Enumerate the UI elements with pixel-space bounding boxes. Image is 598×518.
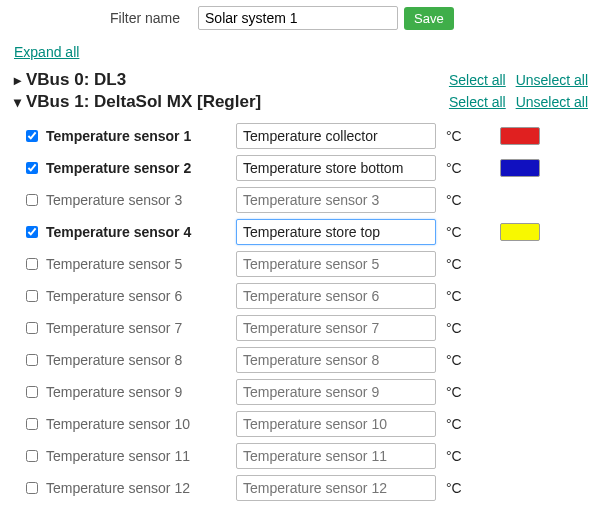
- sensor-label: Temperature sensor 3: [46, 192, 236, 208]
- sensor-checkbox[interactable]: [26, 162, 38, 174]
- sensor-row: Temperature sensor 11°C: [22, 440, 598, 472]
- sensor-row: Temperature sensor 7°C: [22, 312, 598, 344]
- filter-name-input[interactable]: [198, 6, 398, 30]
- unselect-all-link-vbus1[interactable]: Unselect all: [516, 94, 588, 110]
- sensor-unit: °C: [446, 288, 486, 304]
- sensor-color-swatch[interactable]: [500, 127, 540, 145]
- sensor-row: Temperature sensor 5°C: [22, 248, 598, 280]
- sensor-row: Temperature sensor 10°C: [22, 408, 598, 440]
- sensor-name-input[interactable]: [236, 123, 436, 149]
- sensor-label: Temperature sensor 12: [46, 480, 236, 496]
- sensor-label: Temperature sensor 5: [46, 256, 236, 272]
- sensor-label: Temperature sensor 2: [46, 160, 236, 176]
- select-all-link-vbus1[interactable]: Select all: [449, 94, 506, 110]
- save-button[interactable]: Save: [404, 7, 454, 30]
- sensor-unit: °C: [446, 256, 486, 272]
- sensor-label: Temperature sensor 1: [46, 128, 236, 144]
- caret-right-icon[interactable]: [10, 72, 24, 88]
- unselect-all-link-vbus0[interactable]: Unselect all: [516, 72, 588, 88]
- sensor-color-swatch[interactable]: [500, 223, 540, 241]
- sensor-name-input[interactable]: [236, 315, 436, 341]
- sensor-name-input[interactable]: [236, 411, 436, 437]
- sensor-name-input[interactable]: [236, 251, 436, 277]
- sensor-row: Temperature sensor 4°C: [22, 216, 598, 248]
- sensor-checkbox[interactable]: [26, 386, 38, 398]
- sensor-name-input[interactable]: [236, 187, 436, 213]
- sensor-label: Temperature sensor 10: [46, 416, 236, 432]
- sensor-name-input[interactable]: [236, 379, 436, 405]
- sensor-color-swatch[interactable]: [500, 159, 540, 177]
- sensor-checkbox[interactable]: [26, 354, 38, 366]
- sensor-name-input[interactable]: [236, 443, 436, 469]
- sensor-unit: °C: [446, 448, 486, 464]
- sensor-checkbox[interactable]: [26, 194, 38, 206]
- sensor-row: Temperature sensor 3°C: [22, 184, 598, 216]
- sensor-row: Temperature sensor 1°C: [22, 120, 598, 152]
- sensor-name-input[interactable]: [236, 283, 436, 309]
- sensor-label: Temperature sensor 7: [46, 320, 236, 336]
- sensor-row: Temperature sensor 9°C: [22, 376, 598, 408]
- sensor-row: Temperature sensor 12°C: [22, 472, 598, 504]
- sensor-checkbox[interactable]: [26, 258, 38, 270]
- sensor-unit: °C: [446, 160, 486, 176]
- sensor-checkbox[interactable]: [26, 418, 38, 430]
- sensor-unit: °C: [446, 224, 486, 240]
- sensor-checkbox[interactable]: [26, 450, 38, 462]
- expand-all-link[interactable]: Expand all: [14, 44, 79, 60]
- sensor-unit: °C: [446, 384, 486, 400]
- sensor-label: Temperature sensor 11: [46, 448, 236, 464]
- sensor-label: Temperature sensor 9: [46, 384, 236, 400]
- sensor-unit: °C: [446, 416, 486, 432]
- sensor-unit: °C: [446, 352, 486, 368]
- sensor-label: Temperature sensor 4: [46, 224, 236, 240]
- sensor-checkbox[interactable]: [26, 290, 38, 302]
- sensor-row: Temperature sensor 2°C: [22, 152, 598, 184]
- sensor-list: Temperature sensor 1°CTemperature sensor…: [22, 120, 598, 504]
- sensor-name-input[interactable]: [236, 475, 436, 501]
- sensor-label: Temperature sensor 6: [46, 288, 236, 304]
- select-all-link-vbus0[interactable]: Select all: [449, 72, 506, 88]
- sensor-unit: °C: [446, 320, 486, 336]
- sensor-name-input[interactable]: [236, 347, 436, 373]
- sensor-unit: °C: [446, 192, 486, 208]
- sensor-name-input[interactable]: [236, 219, 436, 245]
- sensor-checkbox[interactable]: [26, 482, 38, 494]
- sensor-unit: °C: [446, 128, 486, 144]
- caret-down-icon[interactable]: [10, 94, 24, 110]
- group-vbus1-header[interactable]: VBus 1: DeltaSol MX [Regler] Select all …: [10, 92, 598, 112]
- sensor-checkbox[interactable]: [26, 322, 38, 334]
- group-vbus0-header[interactable]: VBus 0: DL3 Select all Unselect all: [10, 70, 598, 90]
- group-vbus0-title: VBus 0: DL3: [26, 70, 126, 90]
- sensor-name-input[interactable]: [236, 155, 436, 181]
- filter-name-label: Filter name: [110, 10, 180, 26]
- sensor-unit: °C: [446, 480, 486, 496]
- sensor-label: Temperature sensor 8: [46, 352, 236, 368]
- sensor-checkbox[interactable]: [26, 130, 38, 142]
- sensor-row: Temperature sensor 6°C: [22, 280, 598, 312]
- sensor-checkbox[interactable]: [26, 226, 38, 238]
- sensor-row: Temperature sensor 8°C: [22, 344, 598, 376]
- group-vbus1-title: VBus 1: DeltaSol MX [Regler]: [26, 92, 261, 112]
